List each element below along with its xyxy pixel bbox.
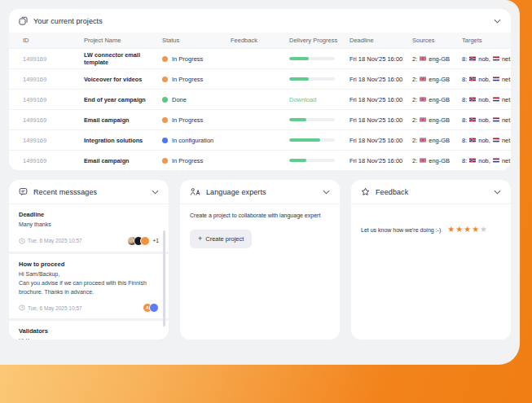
project-id-cell: 1499169: [23, 116, 84, 124]
table-row[interactable]: 1499169Integration solutionsIn configura…: [9, 129, 511, 150]
message-avatars: A: [143, 303, 159, 313]
star-rating[interactable]: ★★★★★: [447, 226, 487, 234]
message-body: Many thanks: [19, 221, 159, 230]
table-row[interactable]: 1499169Voiceover for videosIn ProgressFr…: [9, 68, 511, 89]
message-item[interactable]: ValidatorsHi Karen,: [9, 321, 169, 339]
project-id-cell: 1499169: [23, 55, 84, 63]
source-lang: eng-GB: [429, 157, 450, 164]
feedback-title: Feedback: [376, 188, 408, 196]
source-lang: eng-GB: [429, 137, 450, 144]
target-lang: net,: [502, 55, 511, 63]
experts-title: Language experts: [206, 188, 266, 196]
projects-title: Your current projects: [33, 17, 103, 25]
column-header-sources: Sources: [412, 37, 462, 44]
chevron-down-icon[interactable]: [152, 190, 159, 195]
feedback-panel-header: Feedback: [351, 180, 511, 204]
language-experts-panel: Language experts Create a project to col…: [180, 180, 340, 339]
star-icon[interactable]: ★: [480, 226, 487, 234]
chevron-down-icon[interactable]: [494, 19, 501, 24]
feedback-prompt: Let us know how we're doing :-): [361, 227, 441, 233]
source-lang: eng-GB: [429, 76, 450, 83]
project-name-cell: End of year campaign: [84, 96, 162, 103]
targets-cell: 8:nob,net,: [462, 137, 511, 144]
status-cell: In Progress: [162, 55, 231, 63]
message-item[interactable]: How to proceedHi Sam/Backup, Can you adv…: [9, 254, 169, 322]
deadline-cell: Fri 18 Nov'25 16:00: [350, 157, 412, 164]
project-id-cell: 1499169: [23, 137, 84, 144]
status-dot: [162, 56, 168, 62]
chevron-down-icon[interactable]: [323, 190, 330, 195]
progress-bar-track: [289, 159, 335, 162]
project-id-cell: 1499169: [23, 96, 84, 103]
recent-messages-panel: Recent messsages DeadlineMany thanksTue,…: [9, 180, 169, 339]
column-header-targets: Targets: [462, 37, 511, 44]
star-icon[interactable]: ★: [447, 226, 455, 234]
sources-cell: 2:eng-GB: [412, 55, 462, 63]
targets-count: 8:: [462, 157, 467, 164]
project-name-cell: LW connector email template: [84, 51, 162, 66]
avatar: [140, 236, 150, 246]
nl-flag-icon: [493, 97, 499, 102]
targets-cell: 8:nob,net,: [462, 76, 511, 83]
table-row[interactable]: 1499169Email campaignIn ProgressFri 18 N…: [9, 109, 511, 129]
target-lang: net,: [502, 157, 511, 164]
status-dot: [162, 158, 168, 164]
sources-count: 2:: [412, 76, 417, 83]
table-row[interactable]: 1499169Email campaignIn ProgressFri 18 N…: [9, 150, 511, 170]
column-header-delivery-progress: Delivery Progress: [289, 37, 350, 44]
gb-flag-icon: [420, 117, 426, 122]
nl-flag-icon: [493, 56, 499, 61]
sources-cell: 2:eng-GB: [412, 116, 462, 124]
status-label: In Progress: [172, 116, 203, 124]
create-project-label: Create project: [205, 235, 244, 243]
experts-description: Create a project to collaborate with lan…: [190, 212, 330, 218]
targets-cell: 8:nob,net,: [462, 116, 511, 124]
targets-count: 8:: [462, 137, 467, 144]
target-lang: nob,: [478, 55, 490, 63]
table-row[interactable]: 1499169End of year campaignDoneDownloadF…: [9, 89, 511, 109]
project-id-cell: 1499169: [23, 157, 84, 164]
gb-flag-icon: [420, 97, 426, 102]
status-cell: In Progress: [162, 76, 231, 83]
delivery-progress-cell: [289, 118, 350, 121]
no-flag-icon: [469, 56, 476, 61]
targets-count: 8:: [462, 96, 467, 103]
status-cell: In configuration: [162, 137, 231, 144]
star-icon[interactable]: ★: [455, 226, 463, 234]
deadline-cell: Fri 18 Nov'25 16:00: [350, 96, 412, 103]
star-icon[interactable]: ★: [464, 226, 471, 234]
targets-count: 8:: [462, 55, 467, 63]
message-meta: Tue, 6 May 2025 10:57A: [19, 303, 159, 313]
feedback-body: Let us know how we're doing :-) ★★★★★: [351, 204, 511, 255]
projects-panel-header: Your current projects: [9, 9, 511, 33]
gb-flag-icon: [420, 138, 426, 142]
no-flag-icon: [469, 158, 476, 163]
message-title: How to proceed: [19, 261, 159, 268]
project-name-cell: Email campaign: [84, 116, 162, 124]
messages-icon: [19, 187, 28, 196]
target-lang: nob,: [478, 96, 490, 103]
messages-scrollbar[interactable]: [163, 230, 165, 326]
table-row[interactable]: 1499169LW connector email templateIn Pro…: [9, 48, 511, 68]
progress-bar-track: [289, 118, 335, 121]
target-lang: nob,: [478, 116, 490, 124]
nl-flag-icon: [493, 138, 499, 142]
sources-count: 2:: [412, 96, 417, 103]
project-name-cell: Voiceover for videos: [84, 76, 162, 83]
source-lang: eng-GB: [429, 96, 450, 103]
star-icon[interactable]: ★: [472, 226, 479, 234]
download-link[interactable]: Download: [289, 96, 316, 103]
status-dot: [162, 138, 168, 143]
column-header-id: ID: [23, 37, 84, 44]
target-lang: nob,: [478, 157, 490, 164]
progress-bar-fill: [289, 159, 306, 162]
no-flag-icon: [469, 97, 476, 102]
message-item[interactable]: DeadlineMany thanksTue, 6 May 2025 10:57…: [9, 204, 169, 254]
chevron-down-icon[interactable]: [494, 190, 501, 195]
projects-icon: [19, 16, 28, 25]
nl-flag-icon: [493, 158, 499, 163]
timestamp-text: Tue, 6 May 2025 10:57: [28, 238, 82, 243]
message-timestamp: Tue, 6 May 2025 10:57: [19, 238, 82, 244]
sources-count: 2:: [412, 157, 417, 164]
create-project-button[interactable]: + Create project: [190, 230, 252, 248]
